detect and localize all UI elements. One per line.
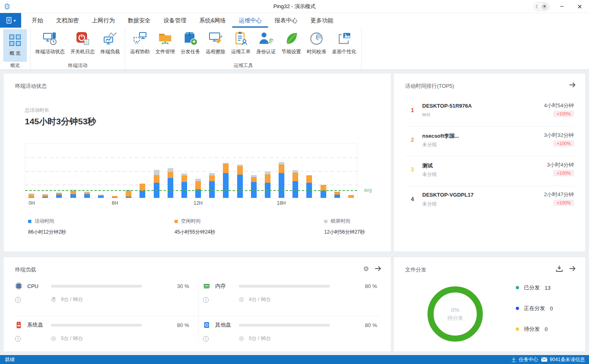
legend-item-idle: 空闲时间 45小时55分钟24秒 bbox=[175, 218, 215, 236]
divider bbox=[198, 282, 199, 342]
list-item[interactable]: 2 nsecsoft李国... 未分组 3小时32分钟 +100% bbox=[405, 127, 575, 156]
document-icon bbox=[5, 17, 13, 24]
grid-overview-icon bbox=[7, 32, 23, 48]
button-label: 远程擦除 bbox=[206, 48, 225, 55]
list-item[interactable]: 3 测试 未分组 3小时4分钟 +100% bbox=[405, 156, 575, 186]
memory-icon bbox=[203, 282, 215, 290]
work-order-button[interactable]: 运维工单 bbox=[229, 29, 253, 56]
distribute-task-button[interactable]: 分发任务 bbox=[178, 29, 203, 56]
button-label: 分发任务 bbox=[181, 48, 200, 55]
bar-segment bbox=[98, 196, 104, 198]
button-label: 桌面个性化 bbox=[332, 48, 356, 55]
arrow-right-icon[interactable] bbox=[568, 264, 576, 273]
power-log-button[interactable]: 开关机日志 bbox=[68, 29, 97, 56]
meter-percent: 80 % bbox=[177, 322, 190, 328]
terminal-load-button[interactable]: 终端负载 bbox=[98, 29, 122, 56]
button-label: 节能设置 bbox=[281, 48, 301, 55]
meter-label: CPU bbox=[27, 283, 51, 289]
bar-segment bbox=[237, 175, 243, 198]
info-icon[interactable] bbox=[15, 336, 21, 342]
legend-value: 13 bbox=[545, 285, 550, 291]
identity-auth-button[interactable]: 身份认证 bbox=[254, 29, 278, 56]
bar-segment bbox=[42, 197, 48, 198]
minimize-button[interactable]: − bbox=[556, 1, 568, 12]
meter-count: 5台 / 96台 bbox=[61, 335, 83, 342]
bar-segment bbox=[321, 191, 326, 198]
change-badge: +100% bbox=[553, 170, 574, 176]
download-tray-icon[interactable] bbox=[555, 264, 563, 273]
energy-saving-button[interactable]: 节能设置 bbox=[279, 29, 303, 56]
bar-segment bbox=[265, 174, 271, 183]
duration-value: 3小时32分钟 bbox=[544, 132, 574, 139]
bar-segment bbox=[28, 197, 34, 198]
legend-value: 0 bbox=[550, 306, 553, 312]
tab-data-security[interactable]: 数据安全 bbox=[121, 13, 157, 28]
chevron-down-icon: ▾ bbox=[13, 18, 15, 23]
legend-swatch-idle bbox=[175, 220, 178, 223]
bar-segment bbox=[126, 197, 131, 198]
legend-value: 86小时12分钟2秒 bbox=[28, 229, 66, 236]
desktop-personalize-button[interactable]: 桌面个性化 bbox=[329, 29, 359, 56]
donut-percent: 0% bbox=[451, 307, 459, 313]
list-item[interactable]: 1 DESKTOP-51R976A test 4小时54分钟 +100% bbox=[405, 97, 575, 127]
info-icon[interactable] bbox=[15, 297, 21, 303]
legend-swatch-active bbox=[28, 220, 31, 223]
tab-start[interactable]: 开始 bbox=[25, 13, 50, 28]
ribbon-group-label-terminal-activity: 终端活动 bbox=[31, 62, 125, 69]
distribution-donut: 0% 待分发 bbox=[428, 286, 483, 342]
time-calibrate-button[interactable]: 时间校准 bbox=[304, 29, 329, 56]
tab-web-behavior[interactable]: 上网行为 bbox=[85, 13, 121, 28]
change-badge: +100% bbox=[553, 140, 574, 147]
terminal-name: DESKTOP-VGDPL17 bbox=[422, 192, 473, 198]
other-disk-meter: 其他盘 80 % 0台 / 96台 bbox=[203, 316, 378, 350]
legend-label: 待分发 bbox=[524, 325, 540, 333]
envelope-icon bbox=[541, 357, 548, 362]
remote-wipe-button[interactable]: 远程擦除 bbox=[203, 29, 228, 56]
x-axis-tick: 18H bbox=[277, 200, 286, 206]
legend-item-locked: 锁屏时间 12小时56分钟27秒 bbox=[324, 218, 365, 236]
clock-icon bbox=[309, 31, 324, 46]
info-icon[interactable] bbox=[203, 297, 209, 303]
tab-device-mgmt[interactable]: 设备管理 bbox=[157, 13, 193, 28]
file-manage-button[interactable]: 文件管理 bbox=[153, 29, 177, 56]
power-log-icon bbox=[75, 31, 90, 46]
top5-list: 1 DESKTOP-51R976A test 4小时54分钟 +100% 2 n… bbox=[405, 97, 575, 216]
bar-segment bbox=[237, 166, 243, 175]
ribbon-group-overview: 概 览 概览 bbox=[0, 28, 31, 69]
progress-bar bbox=[51, 324, 142, 327]
terminal-group: test bbox=[422, 112, 430, 117]
close-button[interactable]: × bbox=[574, 1, 586, 12]
bar-segment bbox=[279, 173, 284, 198]
theme-toggle[interactable]: ☾ ☀ bbox=[533, 2, 550, 11]
list-item[interactable]: 4 DESKTOP-VGDPL17 未分组 2小时47分钟 +100% bbox=[405, 186, 575, 216]
tab-system-network[interactable]: 系统&网络 bbox=[193, 13, 232, 28]
arrow-right-icon[interactable] bbox=[568, 81, 576, 89]
monitor-chart-icon bbox=[103, 31, 118, 46]
distribution-legend: 已分发 13 正在分发 0 待分发 0 bbox=[516, 284, 553, 346]
tab-more-features[interactable]: 更多功能 bbox=[304, 13, 340, 28]
overview-button-label: 概 览 bbox=[9, 50, 20, 57]
gear-icon[interactable]: ⚙ bbox=[363, 265, 369, 273]
bar-segment bbox=[279, 165, 284, 173]
arrow-right-icon[interactable] bbox=[374, 264, 382, 273]
remote-assist-button[interactable]: 远程协助 bbox=[128, 29, 152, 56]
tab-doc-encryption[interactable]: 文档加密 bbox=[50, 13, 85, 28]
progress-bar bbox=[239, 285, 330, 288]
tab-ops-center[interactable]: 运维中心 bbox=[232, 13, 268, 28]
bar-segment bbox=[154, 170, 159, 175]
ribbon-group-terminal-activity: 终端活动状态 开关机日志 终端负载 终端活动 bbox=[31, 28, 125, 69]
bar-segment bbox=[56, 195, 62, 198]
monitor-brush-icon bbox=[208, 31, 223, 46]
pie-dot-icon bbox=[239, 297, 244, 302]
tab-report-center[interactable]: 报表中心 bbox=[268, 13, 304, 28]
main-menu-button[interactable]: ▾ bbox=[0, 13, 21, 28]
overview-button[interactable]: 概 览 bbox=[3, 29, 27, 62]
info-icon[interactable] bbox=[203, 336, 209, 342]
change-badge: +100% bbox=[553, 110, 574, 117]
ribbon-group-ops-tools: 远程协助 文件管理 分发任务 远程擦除 运维工单 bbox=[125, 28, 362, 69]
task-center-button[interactable]: 任务中心 bbox=[511, 356, 538, 363]
terminal-activity-status-button[interactable]: 终端活动状态 bbox=[33, 29, 67, 56]
terminal-load-panel: 终端负载 ⚙ CPU 30 % 9台 / 96台 bbox=[3, 257, 391, 352]
legend-label: 锁屏时间 bbox=[331, 218, 350, 225]
unread-messages-button[interactable]: 9041条未读信息 bbox=[541, 356, 585, 363]
